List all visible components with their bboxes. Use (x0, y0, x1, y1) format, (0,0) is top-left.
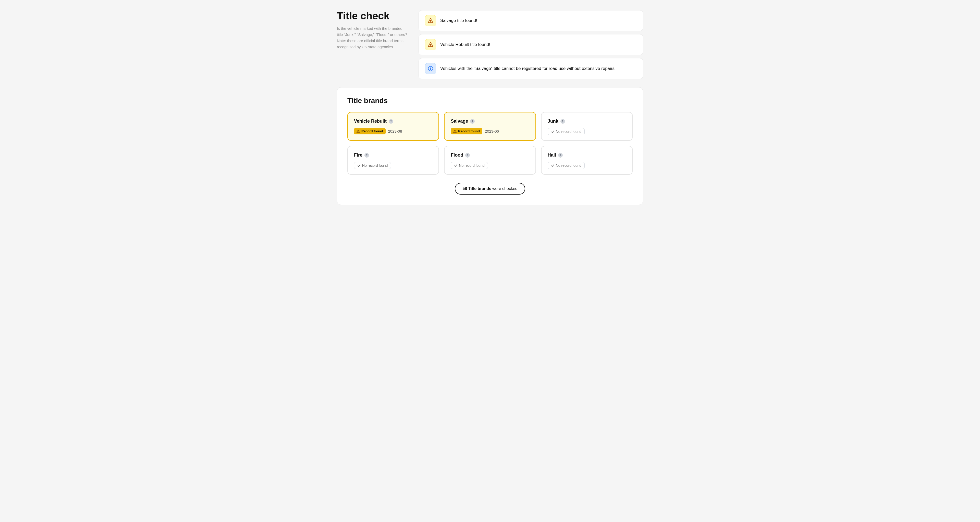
no-record-badge-flood: No record found (451, 162, 488, 169)
record-found-badge-vehicle-rebuilt: Record found (354, 128, 386, 134)
no-record-label-hail: No record found (556, 163, 581, 168)
no-record-label-fire: No record found (362, 163, 388, 168)
brand-card-vehicle-rebuilt: Vehicle Rebuilt ? Record found 2023-08 (347, 112, 439, 141)
brand-card-flood: Flood ? No record found (444, 146, 536, 175)
svg-point-3 (430, 46, 431, 46)
brand-card-salvage: Salvage ? Record found 2023-06 (444, 112, 536, 141)
svg-point-1 (430, 22, 431, 22)
alert-info-text: Vehicles with the "Salvage" title cannot… (440, 66, 614, 71)
page-description: Is the vehicle marked with the branded t… (337, 25, 408, 50)
brand-name-flood: Flood (451, 152, 463, 158)
no-record-label-junk: No record found (556, 130, 581, 133)
brand-card-hail: Hail ? No record found (541, 146, 633, 175)
brand-card-title-fire: Fire ? (354, 152, 432, 158)
footer-badge: 58 Title brands were checked (347, 183, 633, 195)
brand-status-hail: No record found (548, 162, 626, 169)
no-record-badge-fire: No record found (354, 162, 391, 169)
brand-name-hail: Hail (548, 152, 556, 158)
brand-name-vehicle-rebuilt: Vehicle Rebuilt (354, 119, 387, 124)
warning-icon-rebuilt (425, 39, 436, 50)
title-brands-section: Title brands Vehicle Rebuilt ? Record (337, 87, 643, 205)
alert-info: Vehicles with the "Salvage" title cannot… (418, 58, 643, 79)
brand-status-junk: No record found (548, 128, 626, 135)
checked-badge: 58 Title brands were checked (455, 183, 525, 195)
brand-card-title-vehicle-rebuilt: Vehicle Rebuilt ? (354, 119, 432, 124)
top-section: Title check Is the vehicle marked with t… (337, 10, 643, 79)
help-icon-junk[interactable]: ? (560, 119, 565, 124)
help-icon-vehicle-rebuilt[interactable]: ? (389, 119, 393, 124)
brand-card-fire: Fire ? No record found (347, 146, 439, 175)
brand-card-junk: Junk ? No record found (541, 112, 633, 141)
brand-status-fire: No record found (354, 162, 432, 169)
record-date-salvage: 2023-06 (485, 129, 499, 133)
alert-rebuilt-text: Vehicle Rebuilt title found! (440, 42, 490, 47)
no-record-badge-hail: No record found (548, 162, 585, 169)
alert-salvage: Salvage title found! (418, 10, 643, 31)
help-icon-fire[interactable]: ? (364, 153, 369, 158)
brand-status-salvage: Record found 2023-06 (451, 128, 529, 134)
brand-name-fire: Fire (354, 152, 363, 158)
brand-status-flood: No record found (451, 162, 529, 169)
page-container: Title check Is the vehicle marked with t… (337, 10, 643, 205)
footer-bold: 58 Title brands (463, 186, 491, 191)
alert-salvage-text: Salvage title found! (440, 18, 477, 23)
brand-card-title-hail: Hail ? (548, 152, 626, 158)
brand-card-title-salvage: Salvage ? (451, 119, 529, 124)
brand-card-title-flood: Flood ? (451, 152, 529, 158)
help-icon-flood[interactable]: ? (465, 153, 470, 158)
brands-grid: Vehicle Rebuilt ? Record found 2023-08 (347, 112, 633, 175)
page-title: Title check (337, 10, 408, 21)
title-brands-heading: Title brands (347, 97, 633, 105)
help-icon-salvage[interactable]: ? (470, 119, 475, 124)
record-date-vehicle-rebuilt: 2023-08 (388, 129, 402, 133)
brand-card-title-junk: Junk ? (548, 119, 626, 124)
left-panel: Title check Is the vehicle marked with t… (337, 10, 408, 79)
record-found-label-vehicle-rebuilt: Record found (361, 129, 383, 133)
brand-name-salvage: Salvage (451, 119, 468, 124)
brand-name-junk: Junk (548, 119, 558, 124)
footer-text: were checked (492, 186, 517, 191)
record-found-badge-salvage: Record found (451, 128, 482, 134)
no-record-label-flood: No record found (459, 163, 484, 168)
warning-icon-salvage (425, 15, 436, 26)
record-found-label-salvage: Record found (458, 129, 480, 133)
info-icon (425, 63, 436, 74)
alerts-panel: Salvage title found! Vehicle Rebuilt tit… (418, 10, 643, 79)
brand-status-vehicle-rebuilt: Record found 2023-08 (354, 128, 432, 134)
help-icon-hail[interactable]: ? (558, 153, 563, 158)
alert-rebuilt: Vehicle Rebuilt title found! (418, 34, 643, 55)
no-record-badge-junk: No record found (548, 128, 585, 135)
svg-point-6 (430, 68, 431, 68)
